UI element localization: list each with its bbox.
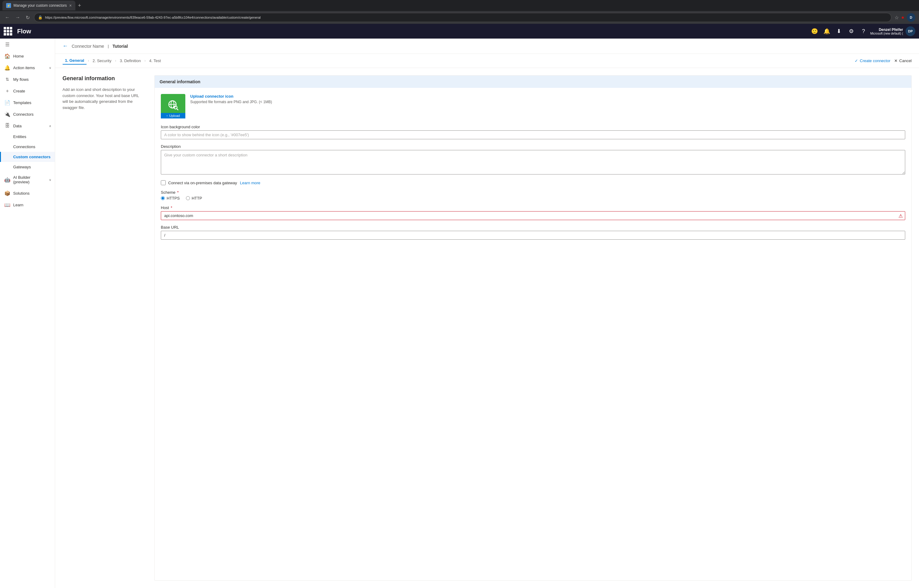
gateway-label[interactable]: Connect via on-premises data gateway Lea… [168, 181, 260, 185]
sidebar-item-data[interactable]: 🗄 Data ∧ [0, 120, 55, 132]
scheme-http-radio[interactable] [186, 196, 190, 200]
sidebar-item-ai-builder[interactable]: 🤖 AI Builder (preview) ∨ [0, 172, 55, 187]
description-title: General information [63, 75, 142, 82]
sidebar-gateways-label: Gateways [13, 165, 31, 169]
sidebar-item-learn[interactable]: 📖 Learn [0, 199, 55, 211]
form-panel: General information [154, 75, 912, 581]
user-name: Denzel Pfeifer [879, 27, 903, 32]
description-textarea[interactable] [161, 150, 905, 174]
gateway-checkbox[interactable] [161, 180, 166, 185]
scheme-http-option[interactable]: HTTP [186, 196, 202, 200]
sidebar-home-label: Home [13, 54, 24, 58]
sidebar-learn-label: Learn [13, 203, 23, 207]
sidebar-action-items-label: Action items [13, 66, 35, 70]
settings-btn[interactable]: ⚙ [846, 26, 857, 37]
address-bar[interactable]: 🔒 https://preview.flow.microsoft.com/man… [34, 13, 891, 22]
data-icon: 🗄 [5, 123, 10, 129]
breadcrumb-back-btn[interactable]: ← [63, 43, 68, 49]
main-layout: ☰ 🏠 Home 🔔 Action items ∨ ⇅ My flows ＋ C… [0, 39, 919, 588]
ai-builder-icon: 🤖 [5, 177, 10, 183]
scheme-https-option[interactable]: HTTPS [161, 196, 180, 200]
host-label: Host * [161, 205, 905, 210]
nav-back-btn[interactable]: ← [4, 13, 11, 21]
step-test-label: 4. Test [149, 58, 161, 63]
sidebar-sub-item-custom-connectors[interactable]: Custom connectors [0, 152, 55, 162]
icon-upload-info: Upload connector icon Supported file for… [190, 94, 272, 104]
sidebar-create-label: Create [13, 89, 25, 94]
waffle-menu-btn[interactable] [4, 27, 12, 36]
description-body: Add an icon and short description to you… [63, 87, 142, 110]
user-avatar[interactable]: DP [906, 26, 915, 36]
sidebar-item-connectors[interactable]: 🔌 Connectors [0, 108, 55, 120]
steps-bar: 1. General › 2. Security › 3. Definition… [55, 54, 919, 68]
sidebar-custom-connectors-label: Custom connectors [13, 155, 50, 159]
learn-more-link[interactable]: Learn more [240, 181, 260, 185]
home-icon: 🏠 [5, 53, 10, 59]
create-connector-btn[interactable]: ✓ Create connector [855, 58, 890, 63]
sidebar-solutions-label: Solutions [13, 191, 29, 195]
step-general[interactable]: 1. General [63, 57, 87, 65]
sidebar-ai-builder-label: AI Builder (preview) [13, 175, 46, 184]
learn-icon: 📖 [5, 202, 10, 208]
upload-hint: Supported file formats are PNG and JPG. … [190, 100, 272, 104]
user-initials: DP [908, 29, 913, 33]
svg-line-4 [177, 109, 178, 110]
tab-favicon: ⚡ [6, 3, 11, 8]
new-tab-btn[interactable]: + [78, 2, 81, 9]
templates-icon: 📄 [5, 100, 10, 105]
bookmark-btn[interactable]: ☆ [895, 15, 899, 21]
sidebar-sub-item-connections[interactable]: Connections [0, 142, 55, 152]
globe-search-icon [167, 99, 179, 113]
sidebar-my-flows-label: My flows [13, 77, 29, 82]
nav-refresh-btn[interactable]: ↻ [24, 13, 31, 22]
step-definition-label: 3. Definition [120, 58, 141, 63]
step-chevron-1: › [88, 59, 89, 63]
opera-btn[interactable]: ● [901, 15, 904, 20]
sidebar-item-my-flows[interactable]: ⇅ My flows [0, 73, 55, 85]
sidebar-sub-item-gateways[interactable]: Gateways [0, 162, 55, 172]
checkmark-icon: ✓ [855, 58, 858, 63]
sidebar-item-solutions[interactable]: 📦 Solutions [0, 187, 55, 199]
description-panel: General information Add an icon and shor… [63, 75, 142, 581]
step-test[interactable]: 4. Test [147, 57, 163, 64]
base-url-input[interactable] [161, 231, 905, 240]
breadcrumb-connector-name: Connector Name [72, 44, 104, 48]
sidebar-connections-label: Connections [13, 144, 35, 149]
icon-bg-color-input[interactable] [161, 131, 905, 139]
browser-user-avatar[interactable]: D [907, 13, 915, 22]
sidebar-item-action-items[interactable]: 🔔 Action items ∨ [0, 62, 55, 73]
sidebar-item-home[interactable]: 🏠 Home [0, 50, 55, 62]
upload-arrow-icon: ↑ [166, 114, 168, 118]
sidebar-item-menu[interactable]: ☰ [0, 39, 55, 50]
feedback-btn[interactable]: 🙂 [809, 26, 820, 37]
icon-bg-color-label: Icon background color [161, 124, 905, 129]
host-input-wrapper: ⚠ [161, 211, 905, 220]
scheme-http-label: HTTP [192, 196, 202, 200]
header-actions: 🙂 🔔 ⬇ ⚙ ? Denzel Pfeifer Microsoft (new … [809, 26, 915, 37]
sidebar: ☰ 🏠 Home 🔔 Action items ∨ ⇅ My flows ＋ C… [0, 39, 55, 588]
step-definition[interactable]: 3. Definition [117, 57, 143, 64]
header-user-info: Denzel Pfeifer Microsoft (new default) ( [870, 27, 903, 35]
upload-overlay-btn[interactable]: ↑ Upload [161, 113, 185, 118]
browser-tab[interactable]: ⚡ Manage your custom connectors × [2, 1, 75, 10]
nav-forward-btn[interactable]: → [14, 13, 21, 21]
upload-connector-icon-link[interactable]: Upload connector icon [190, 94, 272, 99]
sidebar-entities-label: Entities [13, 134, 26, 139]
tab-close-btn[interactable]: × [69, 3, 72, 8]
sidebar-item-templates[interactable]: 📄 Templates [0, 97, 55, 108]
steps-actions: ✓ Create connector ✕ Cancel [855, 58, 912, 63]
host-input[interactable] [161, 211, 905, 220]
breadcrumb-bar: ← Connector Name | Tutorial [55, 39, 919, 54]
create-icon: ＋ [5, 88, 10, 94]
scheme-https-radio[interactable] [161, 196, 165, 200]
sidebar-sub-item-entities[interactable]: Entities [0, 132, 55, 142]
notifications-btn[interactable]: 🔔 [821, 26, 832, 37]
help-btn[interactable]: ? [858, 26, 869, 37]
download-btn[interactable]: ⬇ [833, 26, 844, 37]
sidebar-item-create[interactable]: ＋ Create [0, 85, 55, 97]
cancel-btn[interactable]: ✕ Cancel [894, 58, 912, 63]
upload-overlay-label: Upload [169, 114, 180, 118]
ai-builder-chevron-icon: ∨ [49, 178, 51, 181]
app-header: Flow 🙂 🔔 ⬇ ⚙ ? Denzel Pfeifer Microsoft … [0, 24, 919, 39]
step-security[interactable]: 2. Security [90, 57, 113, 64]
